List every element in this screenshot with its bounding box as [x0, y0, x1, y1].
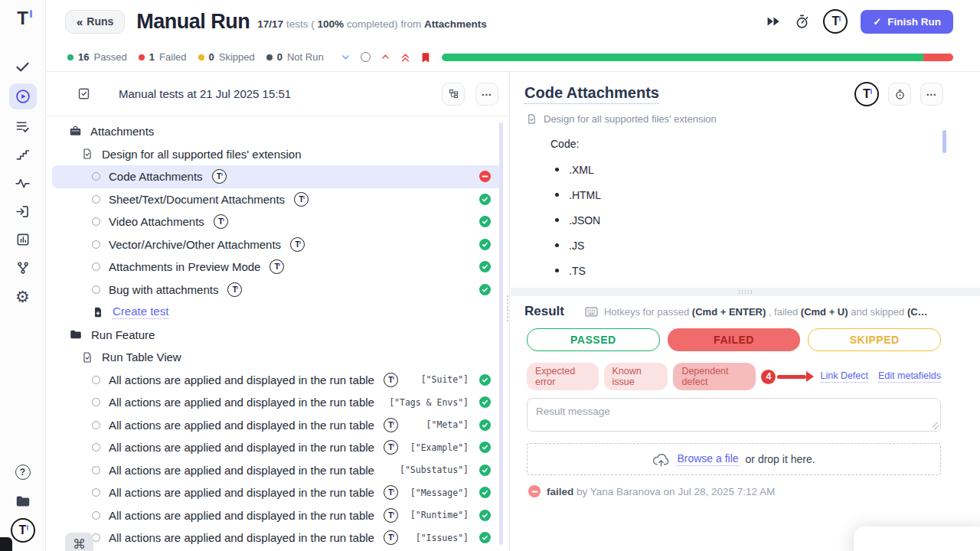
chevron-up-icon[interactable] [381, 52, 390, 62]
skipped-result-button[interactable]: SKIPPED [808, 328, 941, 351]
tree-test-row[interactable]: All actions are applied and displayed in… [46, 504, 509, 527]
nav-import-login-icon[interactable] [9, 200, 37, 223]
file-dropzone[interactable]: Browse a file or drop it here. [527, 443, 941, 475]
status-count-failed[interactable]: 1Failed [139, 51, 187, 63]
tree-item-label: All actions are applied and displayed in… [109, 509, 374, 522]
tree-test-row[interactable]: Bug with attachmentsT [46, 279, 509, 302]
tree-test-row[interactable]: Attachments in Preview ModeT [46, 256, 509, 279]
workspace-logo-icon[interactable]: T [9, 519, 37, 542]
nav-runs-play-circle-icon[interactable] [9, 83, 37, 109]
detail-title[interactable]: Code Attachments [524, 84, 659, 104]
tree-test-row[interactable]: Vector/Archive/Other AttachmentsT [46, 233, 509, 256]
tree-test-row[interactable]: Sheet/Text/Document AttachmentsT [46, 188, 509, 211]
back-to-runs-button[interactable]: « Runs [65, 10, 125, 34]
tree-test-row[interactable]: All actions are applied and displayed in… [46, 369, 509, 392]
test-tree: AttachmentsDesign for all supported file… [46, 116, 509, 549]
annotation-4: 4 [761, 370, 814, 384]
defect-pill[interactable]: Known issue [604, 363, 668, 390]
browse-file-link[interactable]: Browse a file [677, 452, 738, 466]
progress-failed-segment [923, 54, 953, 61]
automated-logo-icon: T [384, 440, 398, 455]
passed-check-icon [479, 396, 491, 408]
finish-run-button[interactable]: ✓ Finish Run [861, 10, 953, 34]
timer-stopwatch-icon[interactable] [794, 14, 810, 30]
tree-item-label[interactable]: Create test [113, 305, 168, 319]
tree-test-row[interactable]: All actions are applied and displayed in… [46, 414, 509, 437]
nav-tests-check-icon[interactable] [9, 55, 37, 78]
help-icon[interactable]: ? [9, 461, 37, 484]
detail-scrollbar[interactable] [942, 130, 946, 153]
tree-test-row[interactable]: All actions are applied and displayed in… [46, 391, 509, 414]
fast-forward-icon[interactable] [766, 15, 781, 28]
result-buttons: PASSEDFAILEDSKIPPED [527, 328, 941, 351]
circle-outline-icon[interactable] [361, 52, 371, 62]
doc-check-icon [81, 351, 93, 364]
test-circle-icon [92, 488, 100, 497]
nav-branches-git-icon[interactable] [9, 256, 37, 279]
bookmark-flag-icon[interactable] [420, 51, 431, 64]
panel-resize-grip[interactable] [507, 295, 508, 321]
automated-logo-icon: T [384, 485, 398, 500]
tree-view-toggle-button[interactable] [442, 83, 465, 106]
tree-item-label: All actions are applied and displayed in… [109, 441, 374, 454]
test-detail-panel: Code Attachments T ⋯ Design for all supp… [509, 72, 980, 551]
nav-settings-gear-icon[interactable]: ⚙ [9, 285, 37, 308]
horizontal-splitter[interactable] [511, 288, 980, 296]
projects-folder-icon[interactable] [9, 490, 37, 513]
left-nav-rail: T ⚙ ? T [0, 0, 46, 551]
tree-test-row[interactable]: All actions are applied and displayed in… [46, 481, 509, 504]
tree-item-label: Vector/Archive/Other Attachments [109, 238, 281, 251]
tree-suite-row[interactable]: Attachments [46, 120, 509, 143]
file-plus-icon [92, 306, 104, 318]
tree-scrollbar[interactable] [499, 122, 503, 545]
tree-folder-row[interactable]: Run Feature [46, 324, 509, 347]
defect-pill[interactable]: Dependent defect [673, 363, 756, 390]
tree-item-label: Sheet/Text/Document Attachments [109, 193, 285, 206]
code-label: Code: [550, 138, 980, 150]
nav-plans-list-check-icon[interactable] [9, 115, 37, 138]
automated-logo-icon: T [227, 282, 242, 297]
resize-handle-icon[interactable] [930, 421, 939, 429]
tree-test-row[interactable]: All actions are applied and displayed in… [46, 436, 509, 459]
run-progress-bar [442, 54, 953, 61]
status-counts: 16Passed1Failed0Skipped0Not Run [67, 51, 324, 63]
tree-link-row[interactable]: Create test [46, 301, 509, 324]
chevron-down-icon[interactable] [341, 52, 351, 62]
nav-reports-chart-icon[interactable] [9, 228, 37, 251]
tree-more-options-button[interactable]: ⋯ [475, 83, 498, 106]
detail-timer-button[interactable] [888, 83, 911, 106]
user-avatar[interactable]: T [823, 9, 848, 34]
tree-item-label: Run Feature [91, 328, 155, 341]
code-list-item: .XML [550, 157, 980, 182]
detail-more-options-button[interactable]: ⋯ [920, 83, 943, 106]
tree-test-row[interactable]: All actions are applied and displayed in… [46, 527, 509, 549]
code-list-item: .HTML [550, 182, 980, 207]
status-count-not-run[interactable]: 0Not Run [266, 51, 324, 63]
command-key-badge: ⌘ [65, 533, 93, 551]
link-defect-link[interactable]: Link Defect [820, 370, 868, 383]
tree-test-row[interactable]: Video AttachmentsT [46, 210, 509, 233]
passed-result-button[interactable]: PASSED [527, 328, 660, 351]
bottom-right-popup [854, 527, 980, 551]
tree-test-row[interactable]: Code AttachmentsT [52, 165, 501, 188]
tree-test-row[interactable]: All actions are applied and displayed in… [46, 459, 509, 482]
tree-doc-row[interactable]: Run Table View [46, 346, 509, 369]
test-tag-label: ["Meta"] [426, 419, 469, 430]
status-dot-icon [139, 54, 145, 60]
tree-item-label: Attachments in Preview Mode [109, 260, 260, 273]
nav-activity-pulse-icon[interactable] [9, 171, 37, 194]
tree-item-label: Video Attachments [109, 215, 204, 228]
failed-result-button[interactable]: FAILED [668, 328, 801, 351]
app-logo[interactable]: T [17, 9, 28, 35]
defect-pill[interactable]: Expected error [527, 363, 599, 390]
double-chevron-up-icon[interactable] [400, 52, 410, 63]
test-circle-icon [92, 511, 100, 520]
status-count-skipped[interactable]: 0Skipped [198, 51, 255, 63]
passed-check-icon [479, 465, 491, 476]
status-dot-icon [266, 54, 273, 60]
nav-steps-stairs-icon[interactable] [9, 143, 37, 166]
edit-metafields-link[interactable]: Edit metafields [878, 370, 941, 383]
result-message-textarea[interactable]: Result message [527, 398, 941, 432]
tree-doc-row[interactable]: Design for all supported files' extensio… [46, 143, 509, 166]
status-count-passed[interactable]: 16Passed [67, 51, 127, 63]
